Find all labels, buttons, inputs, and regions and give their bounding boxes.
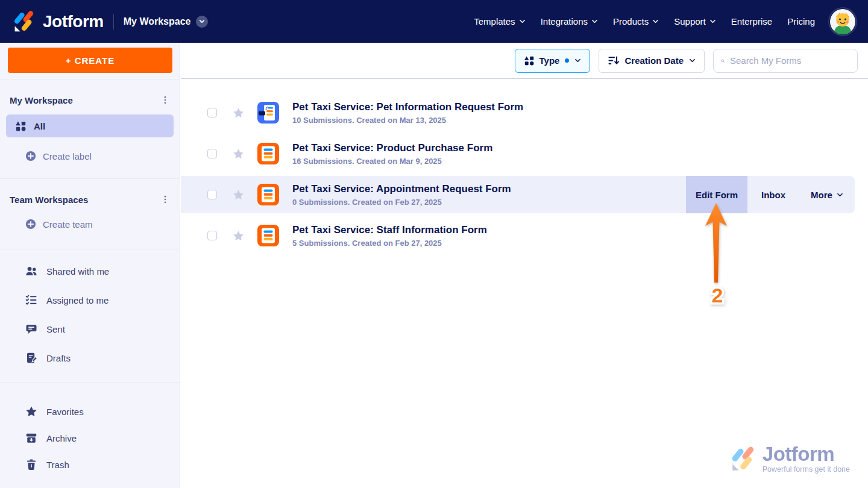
form-title[interactable]: Pet Taxi Service: Pet Information Reques… [292, 101, 523, 113]
form-title[interactable]: Pet Taxi Service: Staff Information Form [292, 224, 487, 236]
avatar-cat-icon [829, 8, 856, 35]
sidebar-divider [0, 382, 180, 383]
chevron-down-icon [519, 19, 526, 23]
jotform-watermark: Jotform Powerful forms get it done [729, 444, 850, 474]
favorite-star-icon[interactable] [233, 107, 244, 119]
header-nav: Templates Integrations Products Support … [474, 16, 815, 27]
form-row-pet-information[interactable]: Pet Taxi Service: Pet Information Reques… [181, 94, 855, 131]
team-menu-kebab-icon[interactable] [159, 193, 171, 205]
jotform-logo-text: Jotform [43, 12, 104, 31]
favorite-star-icon[interactable] [233, 189, 244, 201]
type-filter-button[interactable]: Type [515, 49, 591, 73]
active-filter-dot [565, 58, 569, 63]
edit-form-button[interactable]: Edit Form [686, 176, 747, 213]
form-info: Pet Taxi Service: Product Purchase Form … [292, 142, 492, 166]
search-input[interactable] [730, 55, 850, 66]
annotation-step-number: 2 [704, 281, 731, 309]
chevron-down-icon [196, 16, 208, 28]
form-info: Pet Taxi Service: Staff Information Form… [292, 224, 487, 248]
sidebar-item-shared-with-me[interactable]: Shared with me [0, 257, 180, 286]
sidebar-item-drafts[interactable]: Drafts [0, 343, 180, 372]
people-icon [25, 265, 37, 277]
form-meta: 10 Submissions. Created on Mar 13, 2025 [292, 116, 523, 125]
search-icon [721, 55, 725, 66]
grid-shapes-icon [524, 55, 534, 66]
draft-icon [25, 352, 37, 364]
top-navbar: Jotform My Workspace Templates Integrati… [0, 0, 868, 43]
classic-form-icon [257, 225, 279, 246]
classic-form-icon [257, 184, 279, 205]
chevron-down-icon [689, 58, 696, 63]
card-form-icon [257, 102, 279, 124]
main-content: Type Creation Date [181, 43, 868, 488]
row-checkbox[interactable] [207, 108, 217, 117]
my-workspace-title: My Workspace [10, 95, 73, 105]
search-box [713, 49, 858, 73]
form-meta: 5 Submissions. Created on Feb 27, 2025 [292, 239, 487, 248]
jotform-logo[interactable]: Jotform [12, 10, 104, 34]
sidebar: + CREATE My Workspace All Create label T… [0, 43, 180, 488]
create-team-link[interactable]: Create team [0, 219, 180, 230]
jotform-logo-icon [12, 10, 36, 34]
sidebar-bottom-links: Favorites Archive Trash [0, 398, 180, 478]
jotform-watermark-logo-icon [729, 445, 757, 473]
form-row-appointment-request[interactable]: Pet Taxi Service: Appointment Request Fo… [181, 176, 855, 213]
checklist-icon [25, 294, 37, 306]
form-row-product-purchase[interactable]: Pet Taxi Service: Product Purchase Form … [181, 135, 855, 172]
chevron-down-icon [591, 19, 598, 23]
trash-icon [25, 458, 37, 471]
sidebar-divider [0, 79, 180, 80]
sidebar-item-all[interactable]: All [6, 114, 174, 137]
more-button[interactable]: More [799, 176, 855, 213]
nav-products[interactable]: Products [613, 16, 659, 27]
nav-support[interactable]: Support [674, 16, 716, 27]
nav-integrations[interactable]: Integrations [541, 16, 598, 27]
create-button[interactable]: + CREATE [8, 48, 172, 73]
favorite-star-icon[interactable] [233, 230, 244, 242]
team-workspaces-title: Team Workspaces [10, 195, 88, 205]
team-workspaces-section-header: Team Workspaces [0, 193, 180, 205]
sidebar-divider [0, 249, 180, 249]
form-title[interactable]: Pet Taxi Service: Appointment Request Fo… [292, 183, 511, 195]
sidebar-item-favorites[interactable]: Favorites [0, 398, 180, 425]
nav-templates[interactable]: Templates [474, 16, 525, 27]
workspace-menu-kebab-icon[interactable] [159, 94, 171, 106]
nav-pricing[interactable]: Pricing [787, 16, 815, 27]
my-workspace-section-header: My Workspace [0, 94, 180, 106]
inbox-button[interactable]: Inbox [747, 176, 799, 213]
sidebar-item-archive[interactable]: Archive [0, 425, 180, 451]
watermark-logo-text: Jotform [763, 444, 850, 464]
sort-creation-date-button[interactable]: Creation Date [599, 49, 705, 73]
chat-icon [25, 323, 37, 335]
chevron-down-icon [837, 193, 843, 197]
archive-icon [25, 432, 37, 444]
row-checkbox[interactable] [207, 231, 217, 240]
chevron-down-icon [574, 58, 581, 63]
sidebar-item-assigned-to-me[interactable]: Assigned to me [0, 286, 180, 314]
user-avatar[interactable] [829, 8, 856, 35]
plus-circle-icon [25, 151, 36, 161]
star-icon [25, 405, 37, 418]
create-label-link[interactable]: Create label [0, 151, 180, 161]
row-checkbox[interactable] [207, 149, 217, 158]
workspace-switcher-label: My Workspace [124, 16, 191, 27]
svg-text:2: 2 [712, 284, 723, 307]
forms-toolbar: Type Creation Date [181, 43, 868, 79]
classic-form-icon [257, 143, 279, 164]
sort-icon [608, 55, 619, 66]
form-row-staff-information[interactable]: Pet Taxi Service: Staff Information Form… [181, 217, 855, 254]
sidebar-links: Shared with me Assigned to me Sent Draft… [0, 257, 180, 372]
sidebar-item-sent[interactable]: Sent [0, 314, 180, 343]
row-checkbox[interactable] [207, 190, 217, 199]
grid-shapes-icon [15, 120, 26, 131]
favorite-star-icon[interactable] [233, 148, 244, 160]
form-title[interactable]: Pet Taxi Service: Product Purchase Form [292, 142, 492, 154]
row-actions: Edit Form Inbox More [686, 176, 855, 213]
sidebar-item-trash[interactable]: Trash [0, 451, 180, 478]
watermark-tagline: Powerful forms get it done [763, 465, 850, 474]
forms-list: Pet Taxi Service: Pet Information Reques… [181, 94, 868, 254]
chevron-down-icon [652, 19, 659, 23]
plus-circle-icon [25, 219, 36, 230]
nav-enterprise[interactable]: Enterprise [731, 16, 772, 27]
workspace-switcher[interactable]: My Workspace [124, 16, 209, 28]
